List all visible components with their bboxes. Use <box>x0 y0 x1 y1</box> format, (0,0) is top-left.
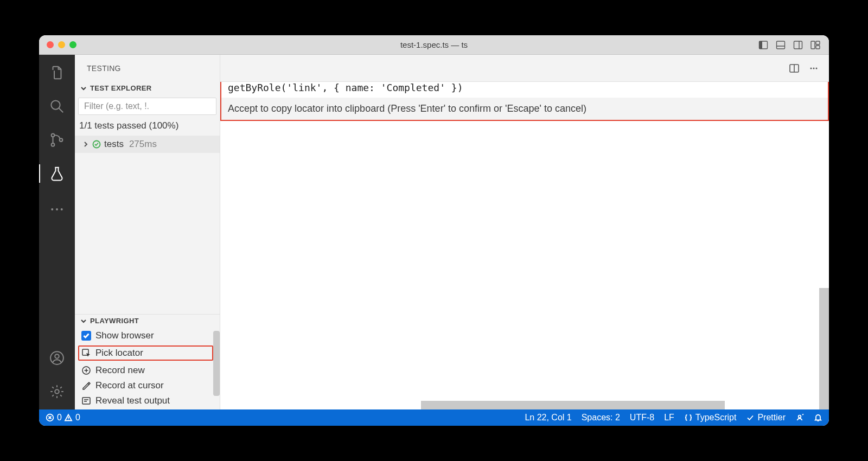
test-tree-duration: 275ms <box>129 139 157 150</box>
split-editor-icon[interactable] <box>789 63 800 74</box>
record-at-cursor-label: Record at cursor <box>95 380 164 391</box>
toggle-secondary-sidebar-icon[interactable] <box>793 40 803 50</box>
test-tree-item-tests[interactable]: tests 275ms <box>75 136 220 153</box>
pencil-icon <box>81 381 91 390</box>
maximize-window-button[interactable] <box>69 41 76 48</box>
status-language-label: TypeScript <box>695 413 737 422</box>
minimize-window-button[interactable] <box>58 41 65 48</box>
testing-icon[interactable] <box>49 165 65 182</box>
test-explorer-label: TEST EXPLORER <box>90 84 152 92</box>
titlebar-layout-controls <box>758 40 829 50</box>
status-eol[interactable]: LF <box>664 413 674 422</box>
show-browser-toggle[interactable]: Show browser <box>81 330 213 341</box>
svg-point-18 <box>55 354 59 358</box>
status-errors[interactable]: 0 <box>46 413 62 422</box>
chevron-right-icon <box>82 141 89 148</box>
status-indentation[interactable]: Spaces: 2 <box>582 413 620 422</box>
braces-icon <box>684 413 693 422</box>
more-actions-icon[interactable] <box>808 63 819 74</box>
svg-point-12 <box>52 143 55 146</box>
notifications-bell-icon[interactable] <box>814 413 822 422</box>
output-icon <box>81 396 91 406</box>
traffic-lights <box>39 41 76 48</box>
svg-line-10 <box>59 108 63 113</box>
svg-point-31 <box>813 67 815 69</box>
svg-rect-25 <box>82 398 90 404</box>
svg-point-11 <box>52 133 55 137</box>
svg-point-15 <box>56 208 58 210</box>
svg-point-19 <box>55 389 59 394</box>
svg-point-9 <box>51 100 60 109</box>
checkbox-checked-icon <box>81 331 91 341</box>
check-icon <box>746 413 755 422</box>
test-explorer-section[interactable]: TEST EXPLORER <box>75 82 220 94</box>
inspect-icon <box>81 348 91 358</box>
pass-check-icon <box>92 140 101 149</box>
svg-rect-2 <box>777 41 785 49</box>
editor-vertical-scrollbar[interactable] <box>819 288 829 409</box>
svg-point-30 <box>810 67 812 69</box>
editor-content[interactable]: Pick locator getByRole('link', { name: '… <box>220 82 829 409</box>
playwright-section: PLAYWRIGHT Show browser Pick locator Rec… <box>75 314 220 409</box>
svg-rect-8 <box>816 46 820 49</box>
status-errors-count: 0 <box>57 413 62 422</box>
reveal-test-output-action[interactable]: Reveal test output <box>81 395 213 406</box>
explorer-icon[interactable] <box>49 65 65 81</box>
status-prettier-label: Prettier <box>757 413 786 422</box>
status-warnings-count: 0 <box>75 413 80 422</box>
customize-layout-icon[interactable] <box>810 40 820 50</box>
add-circle-icon <box>81 366 91 375</box>
record-at-cursor-action[interactable]: Record at cursor <box>81 380 213 391</box>
more-icon[interactable] <box>49 201 65 217</box>
editor-horizontal-scrollbar[interactable] <box>421 401 725 409</box>
svg-rect-6 <box>811 41 815 49</box>
svg-point-38 <box>799 415 801 418</box>
status-cursor-position[interactable]: Ln 22, Col 1 <box>525 413 571 422</box>
pick-locator-panel: Pick locator getByRole('link', { name: '… <box>220 82 829 121</box>
feedback-icon[interactable] <box>795 413 804 422</box>
svg-point-16 <box>61 208 63 210</box>
status-encoding[interactable]: UTF-8 <box>630 413 654 422</box>
reveal-output-label: Reveal test output <box>95 395 170 406</box>
playwright-section-header[interactable]: PLAYWRIGHT <box>75 315 220 327</box>
pick-locator-hint: Accept to copy locator into clipboard (P… <box>221 98 828 120</box>
activity-bar <box>39 55 75 409</box>
status-bar: 0 0 Ln 22, Col 1 Spaces: 2 UTF-8 LF Type… <box>39 409 829 426</box>
status-warnings[interactable]: 0 <box>64 413 80 422</box>
titlebar: test-1.spec.ts — ts <box>39 35 829 55</box>
record-new-label: Record new <box>95 365 145 376</box>
close-window-button[interactable] <box>47 41 54 48</box>
editor-area: Pick locator getByRole('link', { name: '… <box>220 55 829 409</box>
pick-locator-action[interactable]: Pick locator <box>78 345 213 361</box>
chevron-down-icon <box>80 318 87 324</box>
accounts-icon[interactable] <box>49 350 65 366</box>
status-language[interactable]: TypeScript <box>684 413 737 422</box>
sidebar-scrollbar[interactable] <box>213 331 220 396</box>
playwright-section-label: PLAYWRIGHT <box>90 317 139 325</box>
toggle-panel-icon[interactable] <box>776 40 786 50</box>
editor-tabbar <box>220 55 829 82</box>
sidebar-title: TESTING <box>75 55 220 82</box>
svg-rect-1 <box>760 41 763 49</box>
svg-point-14 <box>51 208 53 210</box>
svg-point-32 <box>816 67 818 69</box>
test-filter-input[interactable]: Filter (e.g. text, !. <box>78 98 216 115</box>
pick-locator-label: Pick locator <box>95 348 143 358</box>
svg-rect-4 <box>794 41 802 49</box>
window-title: test-1.spec.ts — ts <box>39 40 829 49</box>
settings-gear-icon[interactable] <box>49 383 65 400</box>
status-prettier[interactable]: Prettier <box>746 413 786 422</box>
search-icon[interactable] <box>49 98 65 114</box>
warning-triangle-icon <box>64 413 73 422</box>
vscode-window: test-1.spec.ts — ts TESTING <box>39 35 829 426</box>
error-circle-icon <box>46 413 54 422</box>
testing-sidebar: TESTING TEST EXPLORER Filter (e.g. text,… <box>75 55 220 409</box>
source-control-icon[interactable] <box>49 132 65 148</box>
pick-locator-input[interactable]: getByRole('link', { name: 'Completed' }) <box>221 82 828 98</box>
toggle-primary-sidebar-icon[interactable] <box>758 40 768 50</box>
record-new-action[interactable]: Record new <box>81 365 213 376</box>
svg-point-37 <box>68 419 68 420</box>
svg-rect-7 <box>816 41 820 44</box>
show-browser-label: Show browser <box>95 330 154 341</box>
chevron-down-icon <box>80 85 87 92</box>
